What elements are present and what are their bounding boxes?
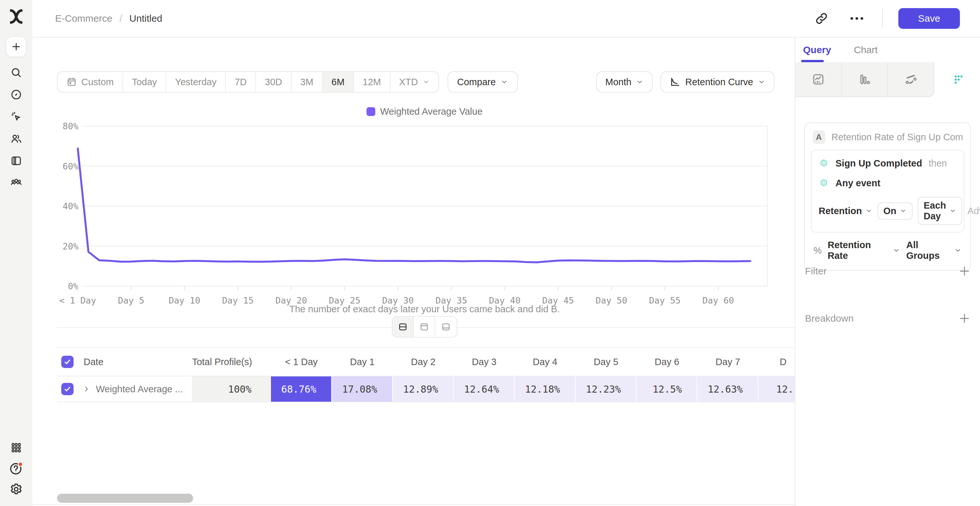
layout-toggle-chart-only-view[interactable]	[414, 317, 435, 337]
control-retention[interactable]: Retention	[819, 206, 872, 216]
measure-dropdown[interactable]: Retention Rate	[828, 240, 900, 261]
calendar-icon	[67, 77, 77, 87]
panel-tabs: Query Chart	[795, 38, 980, 62]
chart-type-label: Retention Curve	[685, 77, 753, 87]
event-name: Sign Up Completed	[835, 158, 922, 169]
search-icon	[10, 67, 22, 78]
col-header-date[interactable]: Date	[78, 357, 192, 367]
table-row: Weighted Average ...100%68.76%17.08%12.8…	[57, 376, 795, 402]
granularity-label: Month	[605, 77, 632, 87]
col-header-day[interactable]: Day 3	[454, 357, 515, 367]
chart-type-dropdown[interactable]: Retention Curve	[660, 71, 775, 93]
more-options-icon[interactable]	[848, 10, 865, 27]
rail-item-search[interactable]	[8, 65, 24, 80]
rail-item-help[interactable]	[8, 461, 24, 476]
report-type-retention-dots[interactable]	[934, 62, 980, 97]
rail-item-cursor-sparkle[interactable]	[8, 109, 24, 124]
date-range-6m[interactable]: 6M	[323, 72, 354, 92]
breakdown-section: Breakdown	[805, 308, 971, 328]
date-range-today[interactable]: Today	[123, 72, 166, 92]
breadcrumb-report-name[interactable]: Untitled	[129, 13, 162, 24]
retention-controls-row: RetentionOnEach DayAdv...	[811, 193, 964, 226]
rail-item-users[interactable]	[8, 131, 24, 146]
apps-grid-icon	[10, 442, 22, 454]
chevron-down-icon	[500, 78, 508, 86]
rail-item-cohorts[interactable]	[8, 175, 24, 190]
table-header-row: DateTotal Profile(s)< 1 DayDay 1Day 2Day…	[57, 347, 795, 376]
tab-chart[interactable]: Chart	[854, 44, 878, 56]
svg-text:Day 10: Day 10	[169, 295, 200, 306]
create-button[interactable]	[6, 36, 27, 57]
groups-dropdown[interactable]: All Groups	[906, 240, 962, 261]
query-title[interactable]: Retention Rate of Sign Up Compl...	[832, 132, 963, 143]
col-header-day[interactable]: Day 4	[515, 357, 576, 367]
col-header-total-profiles[interactable]: Total Profile(s)	[192, 357, 271, 367]
col-header-day[interactable]: Day 2	[393, 357, 454, 367]
retention-cell: 100%	[192, 376, 271, 402]
compare-button[interactable]: Compare	[447, 71, 518, 93]
save-button[interactable]: Save	[898, 8, 960, 29]
query-step-1[interactable]: Sign Up Completedthen	[811, 154, 964, 173]
control-label: Each Day	[924, 200, 946, 222]
layout-toggle-group	[392, 316, 457, 338]
add-breakdown-icon[interactable]	[958, 312, 971, 325]
retention-cell: 12.5%	[636, 376, 697, 402]
rail-item-compass[interactable]	[8, 87, 24, 102]
svg-text:Day 50: Day 50	[596, 295, 627, 306]
breadcrumb-project[interactable]: E-Commerce	[55, 13, 113, 24]
date-range-custom[interactable]: Custom	[58, 72, 123, 92]
chevron-down-icon	[892, 246, 900, 254]
horizontal-scrollbar[interactable]	[57, 494, 193, 503]
col-header-day[interactable]: < 1 Day	[271, 357, 332, 367]
col-header-day[interactable]: Day 7	[697, 357, 758, 367]
date-range-3m[interactable]: 3M	[292, 72, 323, 92]
retention-dots-icon	[951, 73, 964, 86]
flows-icon	[905, 73, 918, 86]
active-tab-underline	[801, 60, 824, 62]
report-type-insights[interactable]	[795, 62, 842, 97]
col-header-day[interactable]: Day 6	[636, 357, 697, 367]
date-range-label: 30D	[265, 77, 282, 87]
col-header-day[interactable]: Day 1	[332, 357, 393, 367]
chart-legend[interactable]: Weighted Average Value	[366, 106, 482, 117]
layout-toggle-table-only-view[interactable]	[435, 317, 457, 337]
date-range-label: 12M	[363, 77, 381, 87]
row-checkbox[interactable]	[61, 383, 73, 395]
rail-item-board[interactable]	[8, 153, 24, 168]
date-range-30d[interactable]: 30D	[256, 72, 291, 92]
chevron-down-icon	[758, 78, 765, 86]
divider	[32, 504, 795, 505]
col-header-day-partial[interactable]: D	[758, 357, 795, 367]
granularity-dropdown[interactable]: Month	[596, 71, 653, 93]
rail-item-settings[interactable]	[8, 481, 24, 497]
layout-toggle-split-view[interactable]	[393, 317, 414, 337]
control-adv[interactable]: Adv...	[967, 206, 980, 216]
rail-item-apps-grid[interactable]	[8, 440, 24, 455]
control-on[interactable]: On	[878, 203, 913, 220]
chart-only-view-icon	[419, 322, 429, 332]
row-checkbox[interactable]	[61, 356, 73, 368]
date-range-label: XTD	[399, 77, 418, 87]
col-header-day[interactable]: Day 5	[576, 357, 636, 367]
row-label[interactable]: Weighted Average ...	[96, 384, 183, 395]
control-eachday[interactable]: Each Day	[918, 197, 962, 225]
tab-query[interactable]: Query	[803, 44, 831, 56]
report-type-bar	[795, 62, 980, 97]
date-range-7d[interactable]: 7D	[226, 72, 256, 92]
mixpanel-logo-icon[interactable]	[9, 8, 24, 25]
top-bar: E-Commerce / Untitled Save	[32, 0, 980, 38]
date-range-12m[interactable]: 12M	[354, 72, 390, 92]
report-type-bars[interactable]	[842, 62, 888, 97]
filter-section: Filter	[805, 261, 971, 281]
retention-cell: 12.18%	[515, 376, 576, 402]
compass-icon	[10, 89, 22, 100]
copy-link-icon[interactable]	[814, 11, 829, 26]
event-hexagon-icon	[819, 159, 829, 169]
add-filter-icon[interactable]	[958, 265, 971, 278]
svg-text:40%: 40%	[62, 201, 78, 211]
date-range-yesterday[interactable]: Yesterday	[166, 72, 226, 92]
date-range-xtd[interactable]: XTD	[390, 72, 439, 92]
svg-text:20%: 20%	[62, 241, 78, 251]
report-type-flows[interactable]	[888, 62, 934, 97]
query-step-2[interactable]: Any event	[811, 173, 964, 193]
